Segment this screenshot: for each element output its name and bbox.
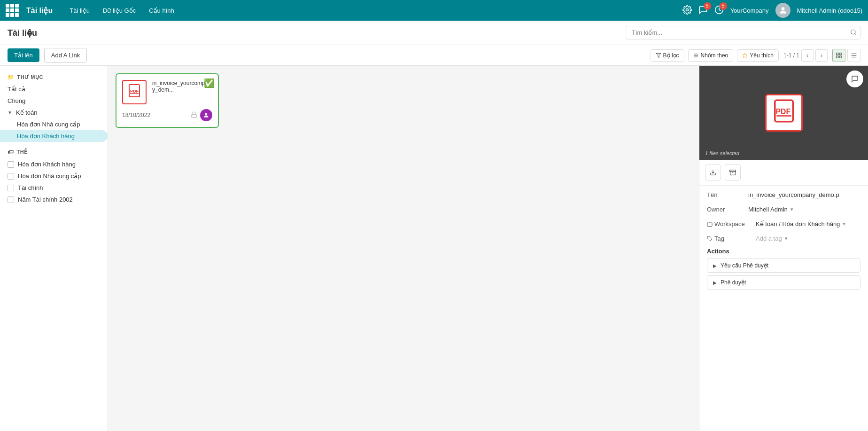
file-name: in_invoice_yourcompany_dem... <box>152 80 212 93</box>
messages-icon-btn[interactable]: 5 <box>698 5 708 16</box>
play-icon-2: ▶ <box>713 280 717 285</box>
grid-view-btn[interactable] <box>832 49 845 62</box>
right-panel: PDF 1 files selected <box>699 66 868 431</box>
workspace-select[interactable]: Kế toán / Hóa đơn Khách hàng ▼ <box>756 220 860 227</box>
top-nav: Tài liệu Tài liệu Dữ liệu Gốc Cấu hình 5… <box>0 0 868 21</box>
tag-select[interactable]: Add a tag ▼ <box>756 235 860 242</box>
filter-group: Bộ lọc Nhóm theo Yêu thích <box>651 49 779 62</box>
svg-rect-10 <box>839 53 841 55</box>
nav-cau-hinh[interactable]: Cấu hình <box>143 4 180 17</box>
nav-du-lieu-goc[interactable]: Dữ liệu Gốc <box>97 4 141 17</box>
lock-icon[interactable] <box>191 111 197 119</box>
actions-section: Actions ▶ Yêu cầu Phê duyệt ▶ Phê duyệt <box>699 248 868 292</box>
tag-item-namtaichinh[interactable]: Năm Tài chính 2002 <box>0 194 108 205</box>
settings-icon-btn[interactable] <box>682 5 692 16</box>
search-input[interactable] <box>626 26 860 39</box>
tag-checkbox-3[interactable] <box>8 196 14 203</box>
list-view-btn[interactable] <box>847 49 860 62</box>
panel-selected-text: 1 files selected <box>705 150 739 156</box>
group-button[interactable]: Nhóm theo <box>688 49 734 62</box>
next-page-btn[interactable]: › <box>815 49 828 62</box>
field-workspace: Workspace Kế toán / Hóa đơn Khách hàng ▼ <box>707 220 860 227</box>
panel-preview: PDF 1 files selected <box>699 66 868 160</box>
panel-pdf-icon: PDF <box>765 94 803 132</box>
top-right-area: 5 5 YourCompany Mitchell Admin (odoo15) <box>682 3 862 18</box>
check-icon: ✅ <box>204 78 214 88</box>
search-bar <box>626 26 860 39</box>
svg-rect-11 <box>837 56 838 58</box>
nav-links: Tài liệu Dữ liệu Gốc Cấu hình <box>64 4 179 17</box>
action1-label: Yêu cầu Phê duyệt <box>721 262 768 269</box>
group-label: Nhóm theo <box>701 52 728 59</box>
sidebar-item-ketoan[interactable]: ▼ Kế toán <box>0 107 108 118</box>
pdf-icon: PDF <box>122 80 147 104</box>
file-owner-avatar <box>200 109 212 121</box>
tag-checkbox-1[interactable] <box>8 173 14 180</box>
folder-icon <box>707 221 713 227</box>
tags-section-title: 🏷 THẺ <box>0 146 108 158</box>
svg-text:PDF: PDF <box>775 108 790 116</box>
tag-label-3: Năm Tài chính 2002 <box>18 196 73 203</box>
activity-badge: 5 <box>720 2 727 10</box>
upload-button[interactable]: Tải lên <box>8 48 39 62</box>
tag-label-1: Hóa đơn Nhà cung cấp <box>18 172 81 180</box>
filter-button[interactable]: Bộ lọc <box>651 49 684 62</box>
archive-button[interactable] <box>725 165 741 180</box>
tag-item-hoadon-ncc[interactable]: Hóa đơn Nhà cung cấp <box>0 170 108 182</box>
svg-rect-25 <box>730 170 736 172</box>
activity-icon-btn[interactable]: 5 <box>714 5 724 16</box>
search-icon[interactable] <box>850 29 857 37</box>
tag-icon-field <box>707 236 713 242</box>
panel-action-buttons <box>699 160 868 186</box>
owner-select[interactable]: Mitchell Admin ▼ <box>748 206 860 213</box>
files-area: PDF in_invoice_yourcompany_dem... ✅ 18/1… <box>108 66 699 431</box>
prev-page-btn[interactable]: ‹ <box>801 49 814 62</box>
sidebar-item-all[interactable]: Tất cả <box>0 83 108 95</box>
sidebar-item-hoadon-nhacungcap[interactable]: Hóa đơn Nhà cung cấp <box>0 118 108 130</box>
svg-point-20 <box>205 113 208 115</box>
view-toggle <box>832 49 860 62</box>
play-icon-1: ▶ <box>713 263 717 268</box>
arrow-down-icon: ▼ <box>8 110 12 115</box>
company-name[interactable]: YourCompany <box>730 7 769 14</box>
user-name[interactable]: Mitchell Admin (odoo15) <box>797 7 862 14</box>
sidebar: 📁 THƯ MỤC Tất cả Chung ▼ Kế toán Hóa đơn… <box>0 66 108 431</box>
actions-title: Actions <box>707 248 860 255</box>
add-link-button[interactable]: Add A Link <box>44 48 87 63</box>
tag-checkbox-2[interactable] <box>8 185 14 191</box>
pdf-symbol: PDF <box>129 84 140 100</box>
panel-chat-button[interactable] <box>846 71 863 87</box>
user-avatar[interactable] <box>775 3 790 18</box>
action-pheduyet-button[interactable]: ▶ Phê duyệt <box>707 275 860 290</box>
file-card[interactable]: PDF in_invoice_yourcompany_dem... ✅ 18/1… <box>116 73 219 128</box>
tag-item-hoadon-kh[interactable]: Hóa đơn Khách hàng <box>0 158 108 170</box>
toolbar: Tải lên Add A Link Bộ lọc Nhóm theo Yêu … <box>0 45 868 66</box>
svg-rect-12 <box>839 56 841 58</box>
apps-menu-icon[interactable] <box>6 4 19 17</box>
sidebar-item-hoadon-khachhang[interactable]: Hóa đơn Khách hàng <box>0 130 108 142</box>
svg-marker-4 <box>656 53 661 57</box>
sidebar-item-chung[interactable]: Chung <box>0 95 108 107</box>
field-tag: Tag Add a tag ▼ <box>707 235 860 242</box>
tag-label-2: Tài chính <box>18 184 43 191</box>
messages-badge: 5 <box>704 2 711 10</box>
all-label: Tất cả <box>8 86 25 93</box>
panel-fields: Tên in_invoice_yourcompany_demo.p Owner … <box>699 186 868 248</box>
file-actions <box>191 109 212 121</box>
svg-point-0 <box>686 8 688 11</box>
download-button[interactable] <box>705 165 721 180</box>
svg-point-3 <box>851 30 855 34</box>
fav-button[interactable]: Yêu thích <box>737 49 779 62</box>
secondary-bar: Tài liệu <box>0 21 868 45</box>
action-yeucau-button[interactable]: ▶ Yêu cầu Phê duyệt <box>707 259 860 273</box>
field-owner: Owner Mitchell Admin ▼ <box>707 206 860 213</box>
svg-text:PDF: PDF <box>130 89 139 94</box>
ten-value[interactable]: in_invoice_yourcompany_demo.p <box>748 191 860 198</box>
tag-checkbox-0[interactable] <box>8 161 14 168</box>
nav-tai-lieu[interactable]: Tài liệu <box>64 4 95 17</box>
file-card-bottom: 18/10/2022 <box>122 109 212 121</box>
main-content: 📁 THƯ MỤC Tất cả Chung ▼ Kế toán Hóa đơn… <box>0 66 868 431</box>
tag-item-taichinh[interactable]: Tài chính <box>0 182 108 194</box>
file-card-top: PDF in_invoice_yourcompany_dem... <box>122 80 212 104</box>
tag-label-0: Hóa đơn Khách hàng <box>18 161 76 168</box>
